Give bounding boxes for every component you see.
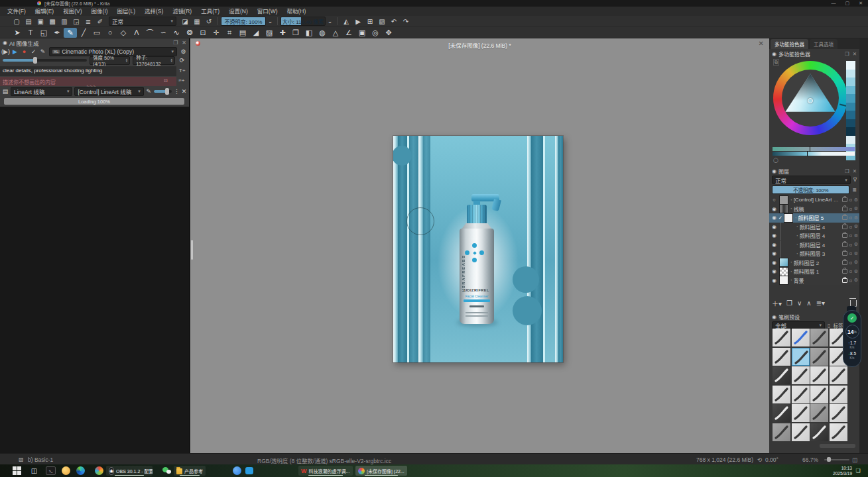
control-strength-slider[interactable] <box>154 90 172 93</box>
layer-properties-icon[interactable]: ⚙ <box>854 260 858 265</box>
shade-swatch-8[interactable] <box>846 127 855 136</box>
tool-dynamic-brush[interactable]: ∿ <box>170 28 183 38</box>
layer-row-0[interactable]: ○◔[Control] LineArt …α⚙ <box>769 195 859 205</box>
tool-ellipse[interactable]: ○ <box>103 28 117 38</box>
layer-alpha-icon[interactable]: α <box>849 242 852 247</box>
layer-properties-icon[interactable]: ⚙ <box>854 251 858 256</box>
settings-gear-icon[interactable]: ⚙ <box>179 48 188 55</box>
layer-visible-icon[interactable]: ◉ <box>771 260 778 266</box>
subwindow-close-icon[interactable]: ✕ <box>759 40 764 47</box>
brush-preset-thumb[interactable] <box>792 423 810 441</box>
start-button[interactable] <box>12 466 22 476</box>
canvas-area[interactable]: [未保存图像] (22.6 MiB) * ✕ <box>190 38 769 453</box>
preserve-alpha-icon[interactable]: ▦ <box>191 17 203 26</box>
document-canvas[interactable]: HSRAFREABS UDIZRIFREL Facial Cleanser <box>393 136 563 362</box>
strength-slider[interactable] <box>3 59 87 62</box>
tool-clone[interactable]: ❐ <box>289 28 302 38</box>
layer-alpha-icon[interactable]: α <box>849 269 852 274</box>
layer-properties-icon[interactable]: ⚙ <box>854 197 858 203</box>
layer-alpha-icon[interactable]: α <box>849 215 852 220</box>
layer-row-5[interactable]: ◉◔颜料图层 4α⚙ <box>769 240 859 250</box>
edit-style-button[interactable]: ✎ <box>38 48 47 55</box>
taskbar-clock[interactable]: 10:13 2025/3/19 <box>833 466 852 476</box>
zoom-slider-thumb[interactable] <box>827 457 831 462</box>
app-icon-blue[interactable] <box>232 466 242 476</box>
shade-swatch-0[interactable] <box>846 61 855 70</box>
menu-item-7[interactable]: 工具(T) <box>196 7 224 16</box>
layer-filter-icon[interactable]: ∇ <box>853 177 857 183</box>
layer-lock-icon[interactable] <box>842 197 847 202</box>
shade-selector-strip[interactable] <box>846 61 855 160</box>
add-text-prompt-icon[interactable]: T+ <box>179 68 186 74</box>
tool-move[interactable]: ✛ <box>210 28 223 38</box>
float-docker-icon[interactable]: ❐ <box>845 51 849 57</box>
menu-item-10[interactable]: 帮助(H) <box>282 7 310 16</box>
layer-visible-icon[interactable]: ◉ <box>771 215 778 221</box>
move-layer-down-button[interactable]: ∨ <box>797 299 802 307</box>
task-view-button[interactable]: ◫ <box>29 466 39 476</box>
layer-row-4[interactable]: ◉◔颜料图层 4α⚙ <box>769 231 859 240</box>
brush-preset-thumb[interactable] <box>773 386 790 403</box>
brush-preset-thumb[interactable] <box>773 404 790 422</box>
tool-polygon[interactable]: ◇ <box>117 28 130 38</box>
tool-reference-images[interactable]: ▣ <box>355 28 369 38</box>
save-icon[interactable]: ▣ <box>34 17 46 26</box>
brush-preset-thumb[interactable] <box>830 404 847 422</box>
brush-preset-icon[interactable]: ✐ <box>94 17 106 26</box>
menu-item-8[interactable]: 设置(N) <box>224 7 253 16</box>
taskbar-folder-button[interactable]: 产品参考 <box>174 466 206 476</box>
close-docker-icon[interactable]: ✕ <box>853 51 857 57</box>
brush-preset-thumb[interactable] <box>773 423 790 441</box>
lightness-slider-bar[interactable] <box>773 152 855 156</box>
layer-properties-icon[interactable]: ⚙ <box>854 224 858 229</box>
tool-color-sampler[interactable]: ◢ <box>249 28 263 38</box>
tool-transform[interactable]: ⊡ <box>196 28 210 38</box>
canvas-scrollbar-thumb[interactable] <box>191 240 193 260</box>
float-docker-icon[interactable]: ❐ <box>173 40 178 46</box>
generate-button[interactable]: ▶ <box>11 48 19 55</box>
brush-preset-thumb[interactable] <box>830 386 847 403</box>
menu-item-9[interactable]: 窗口(W) <box>253 7 282 16</box>
layer-opacity-slider[interactable]: 不透明度: 100% <box>772 186 849 194</box>
taskbar-obs-button[interactable]: ◉ OBS 30.1.2 - 配置... <box>106 466 153 476</box>
tool-freehand-brush[interactable]: ✎ <box>64 28 77 38</box>
tool-freehand-path[interactable]: ∽ <box>156 28 170 38</box>
move-layer-up-button[interactable]: ∧ <box>806 299 811 307</box>
tool-text[interactable]: T <box>24 28 37 38</box>
close-docker-icon[interactable]: ✕ <box>182 40 186 46</box>
close-docker-icon[interactable]: ✕ <box>853 168 857 174</box>
layer-row-1[interactable]: ◉◔线稿α⚙ <box>769 205 859 214</box>
record-button[interactable]: ● <box>20 48 29 55</box>
tab-tool-options[interactable]: 工具选项 <box>810 39 837 49</box>
tool-multibrush[interactable]: ❂ <box>183 28 196 38</box>
mirror-horizontal-icon[interactable]: ◭ <box>340 17 352 26</box>
tag-label[interactable]: 标签 <box>833 322 843 329</box>
notification-icon[interactable]: ❏ <box>854 466 862 476</box>
tool-crop[interactable]: ⌗ <box>223 28 236 38</box>
layer-lock-icon[interactable] <box>842 225 847 229</box>
layer-properties-icon[interactable]: ⚙ <box>854 242 858 247</box>
maximize-button[interactable]: ▢ <box>845 1 850 6</box>
brush-preset-thumb[interactable] <box>792 404 810 422</box>
tool-enclose-fill[interactable]: ◍ <box>316 28 329 38</box>
rotation-reset-icon[interactable]: ⟲ <box>757 456 762 463</box>
layer-hidden-icon[interactable]: ○ <box>771 197 778 203</box>
float-docker-icon[interactable]: ❐ <box>845 168 849 174</box>
menu-item-5[interactable]: 选择(S) <box>140 7 168 16</box>
hue-slider-bar[interactable] <box>773 147 855 151</box>
randomize-seed-icon[interactable]: ⟳ <box>178 57 186 64</box>
brush-size-slider[interactable]: 大小: 119.40 像素 <box>280 17 326 26</box>
brush-preset-thumb[interactable] <box>830 366 847 384</box>
opacity-slider[interactable]: 不透明度: 100% <box>221 17 266 26</box>
shade-swatch-2[interactable] <box>846 78 855 86</box>
layer-visible-icon[interactable]: ◉ <box>771 224 778 230</box>
menu-item-6[interactable]: 滤镜(R) <box>168 7 196 16</box>
brush-preset-thumb[interactable] <box>792 386 810 403</box>
layer-lock-icon[interactable] <box>842 207 847 211</box>
layer-alpha-icon[interactable]: α <box>849 197 852 202</box>
brush-preset-selected[interactable] <box>792 348 810 366</box>
tool-edit-shapes[interactable]: ◱ <box>37 28 50 38</box>
shade-swatch-7[interactable] <box>846 119 855 128</box>
menu-item-1[interactable]: 编辑(E) <box>31 7 58 16</box>
layer-properties-button[interactable]: ≣▾ <box>816 299 825 307</box>
